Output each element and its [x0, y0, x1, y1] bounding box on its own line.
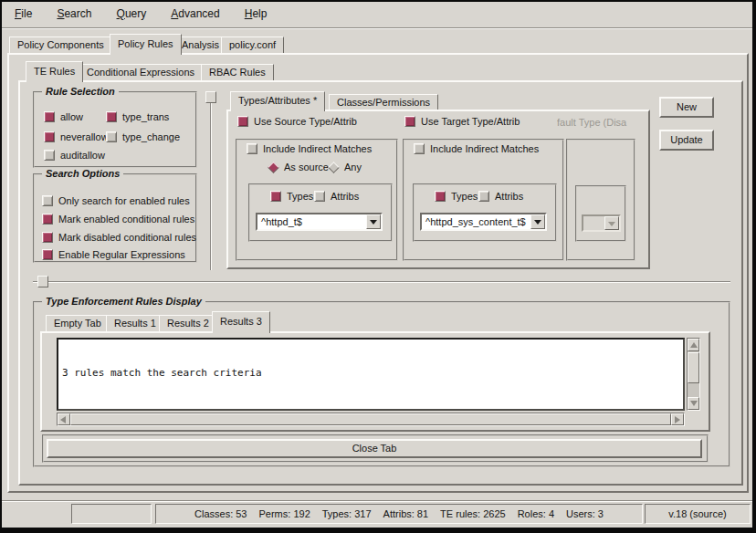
menu-query[interactable]: Query — [110, 5, 154, 22]
default-type-inner-frame — [575, 185, 626, 242]
vertical-scrollbar[interactable] — [687, 338, 700, 411]
default-type-combobox — [582, 214, 621, 232]
status-perms: Perms: 192 — [259, 505, 310, 523]
checkbox-indicator[interactable] — [42, 195, 53, 206]
vertical-scrollbar-thumb[interactable] — [688, 352, 699, 383]
checkbox-indicator[interactable] — [247, 143, 257, 154]
tab-policy-rules[interactable]: Policy Rules — [110, 34, 182, 55]
radio-as-source[interactable]: As source — [267, 161, 329, 173]
checkbox-use-target-type[interactable]: Use Target Type/Attrib — [404, 115, 520, 128]
tab-empty-tab[interactable]: Empty Tab — [46, 315, 110, 331]
checkbox-mark-enabled-conditional[interactable]: Mark enabled conditional rules — [42, 213, 194, 225]
checkbox-source-include-indirect[interactable]: Include Indirect Matches — [247, 142, 372, 155]
update-button[interactable]: Update — [659, 130, 714, 151]
dropdown-arrow-icon[interactable] — [366, 214, 381, 229]
horizontal-sash-line — [33, 281, 730, 283]
checkbox-auditallow[interactable]: auditallow — [44, 149, 105, 162]
statusbar-stats-cell: Classes: 53 Perms: 192 Types: 317 Attrib… — [155, 504, 643, 524]
checkbox-indicator[interactable] — [435, 191, 446, 202]
scroll-down-button[interactable] — [688, 397, 699, 410]
new-button[interactable]: New — [659, 97, 714, 118]
horizontal-scrollbar-thumb[interactable] — [70, 413, 671, 425]
checkbox-indicator[interactable] — [404, 116, 415, 127]
tab-results-3[interactable]: Results 3 — [212, 311, 270, 333]
rule-selection-title: Rule Selection — [42, 86, 119, 97]
source-type-combobox[interactable]: ^httpd_t$ — [256, 213, 383, 231]
checkbox-neverallow[interactable]: neverallow — [44, 131, 109, 143]
close-tab-button[interactable]: Close Tab — [47, 439, 702, 458]
checkbox-target-attribs[interactable]: Attribs — [478, 190, 523, 203]
scroll-up-button[interactable] — [688, 339, 699, 351]
checkbox-indicator[interactable] — [314, 191, 325, 202]
checkbox-enable-regex[interactable]: Enable Regular Expressions — [42, 248, 185, 261]
checkbox-target-types[interactable]: Types — [435, 190, 478, 203]
checkbox-source-types[interactable]: Types — [270, 190, 313, 203]
te-rules-display-title: Type Enforcement Rules Display — [42, 296, 205, 307]
checkbox-indicator[interactable] — [42, 214, 53, 225]
checkbox-target-include-indirect[interactable]: Include Indirect Matches — [414, 142, 539, 155]
checkbox-indicator[interactable] — [270, 191, 281, 202]
scroll-left-button[interactable] — [58, 413, 70, 425]
checkbox-use-source-type[interactable]: Use Source Type/Attrib — [237, 115, 357, 128]
target-type-combobox[interactable]: ^httpd_sys_content_t$ — [420, 213, 547, 231]
source-type-combobox-value[interactable]: ^httpd_t$ — [261, 214, 302, 229]
status-roles: Roles: 4 — [518, 505, 554, 523]
status-classes: Classes: 53 — [194, 505, 247, 523]
close-tab-button-frame: Close Tab — [42, 434, 709, 463]
checkbox-indicator[interactable] — [44, 131, 55, 142]
tab-types-attributes[interactable]: Types/Attributes * — [230, 91, 325, 111]
status-types: Types: 317 — [322, 505, 372, 523]
tab-rbac-rules[interactable]: RBAC Rules — [201, 64, 274, 80]
search-options-title: Search Options — [42, 168, 123, 179]
checkbox-indicator[interactable] — [237, 116, 248, 127]
checkbox-indicator[interactable] — [44, 111, 55, 122]
menubar: File Search Query Advanced Help — [7, 5, 274, 26]
horizontal-sash-handle[interactable] — [37, 276, 48, 287]
menu-help[interactable]: Help — [237, 5, 275, 22]
checkbox-indicator[interactable] — [414, 143, 425, 154]
right-arrow-icon — [675, 416, 680, 423]
menu-file[interactable]: File — [7, 5, 39, 22]
status-users: Users: 3 — [566, 505, 604, 523]
vertical-sash-handle[interactable] — [205, 91, 216, 103]
checkbox-indicator[interactable] — [106, 111, 117, 122]
results-text-area[interactable]: 3 rules match the search criteria (5822)… — [57, 338, 685, 411]
checkbox-indicator[interactable] — [42, 232, 53, 243]
target-type-combobox-value[interactable]: ^httpd_sys_content_t$ — [425, 214, 526, 229]
checkbox-indicator[interactable] — [478, 191, 489, 202]
checkbox-only-enabled-rules[interactable]: Only search for enabled rules — [42, 194, 190, 207]
dropdown-arrow-icon — [604, 216, 619, 230]
checkbox-indicator[interactable] — [44, 150, 55, 161]
statusbar-version-cell: v.18 (source) — [645, 504, 751, 524]
tab-te-rules[interactable]: TE Rules — [26, 61, 83, 82]
status-attribs: Attribs: 81 — [383, 505, 429, 523]
checkbox-indicator[interactable] — [106, 131, 117, 142]
tab-conditional-expressions[interactable]: Conditional Expressions — [79, 64, 203, 80]
checkbox-mark-disabled-conditional[interactable]: Mark disabled conditional rules — [42, 231, 196, 244]
checkbox-type-change[interactable]: type_change — [106, 131, 180, 143]
dropdown-arrow-icon[interactable] — [530, 214, 545, 229]
checkbox-source-attribs[interactable]: Attribs — [314, 190, 359, 203]
scroll-right-button[interactable] — [671, 413, 684, 425]
tab-results-1[interactable]: Results 1 — [106, 315, 164, 331]
radio-indicator[interactable] — [328, 162, 340, 173]
tab-policy-components[interactable]: Policy Components — [9, 37, 112, 53]
checkbox-allow[interactable]: allow — [44, 110, 83, 123]
tab-classes-permissions[interactable]: Classes/Permissions — [329, 94, 438, 110]
down-arrow-icon — [690, 401, 698, 406]
tab-policy-conf[interactable]: policy.conf — [221, 37, 284, 53]
radio-any[interactable]: Any — [327, 161, 362, 173]
radio-indicator[interactable] — [268, 162, 279, 173]
app-surface: File Search Query Advanced Help Policy C… — [2, 2, 752, 528]
statusbar-empty-cell — [71, 504, 152, 524]
menubar-separator — [2, 27, 752, 29]
left-arrow-icon — [60, 416, 66, 423]
tab-analysis[interactable]: Analysis — [173, 37, 227, 53]
menu-advanced[interactable]: Advanced — [163, 5, 226, 22]
app-window: File Search Query Advanced Help Policy C… — [0, 0, 756, 533]
checkbox-indicator[interactable] — [42, 249, 53, 260]
horizontal-scrollbar[interactable] — [57, 413, 685, 426]
menu-search[interactable]: Search — [49, 5, 99, 22]
tab-results-2[interactable]: Results 2 — [159, 315, 217, 331]
checkbox-type-trans[interactable]: type_trans — [106, 110, 169, 123]
